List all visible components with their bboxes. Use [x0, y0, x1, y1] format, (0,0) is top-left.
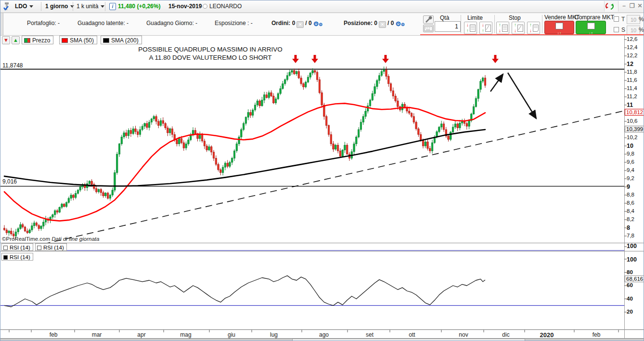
sma50-axis-value: 10,812 — [625, 109, 644, 116]
refresh-icon — [605, 1, 615, 11]
last-price: 11,480 (+0,26%) — [118, 3, 160, 10]
order-doc-icon — [555, 23, 563, 29]
percent-label: % — [639, 16, 644, 23]
rsi1-max-label: 100 — [627, 243, 637, 249]
chart-canvas[interactable] — [0, 0, 644, 341]
month-label: set — [359, 331, 380, 338]
quick-sell-button[interactable]: ▼ — [2, 36, 10, 44]
quick-buy-button[interactable]: ▲ — [12, 36, 20, 44]
rsi-axis-value: 68,616 — [625, 275, 644, 282]
legend-sma50-chip[interactable]: SMA (50) — [59, 36, 97, 44]
qty-input[interactable] — [435, 21, 461, 32]
price-tick-label: 12 — [627, 61, 633, 67]
price-tick-label: 12,4 — [627, 44, 637, 50]
stop-order-button-3[interactable]: ↑↓ — [527, 22, 540, 34]
price-tick-label: 7,8 — [627, 233, 634, 238]
price-tick-label: 11,8 — [627, 69, 637, 75]
trade-panel-underline — [420, 34, 644, 35]
trailing-pct-input[interactable] — [627, 15, 640, 24]
price-tick-label: 11,6 — [627, 77, 637, 83]
price-tick-label: 8,6 — [627, 200, 634, 206]
cancel-orders-icon[interactable]: ✕ — [296, 21, 304, 28]
units-dropdown[interactable]: 1 k unità — [77, 3, 104, 10]
rsi-legend-chip-2[interactable]: RSI (14) — [35, 243, 67, 251]
month-label: 2020 — [536, 331, 557, 339]
instrument-status-icon — [203, 4, 207, 9]
stoploss-checkbox[interactable] — [614, 27, 619, 32]
refresh-button[interactable] — [604, 1, 618, 12]
price-tick-label: 9,8 — [627, 151, 634, 157]
exposure-value: Esposizione : - — [215, 20, 253, 26]
sma200-axis-value: 10,399 — [625, 126, 644, 132]
price-tick-label: 9 — [627, 184, 630, 190]
month-label: ago — [313, 331, 335, 338]
rsi-swatch-icon — [3, 246, 8, 250]
order-ticket-fold-icon — [533, 25, 539, 32]
sell-market-button[interactable]: ↓↑ — [544, 21, 574, 34]
order-ticket-icon — [502, 25, 508, 32]
symbol-dropdown[interactable]: LDO — [15, 3, 33, 10]
close-button[interactable]: ✕ — [636, 2, 644, 10]
month-label: apr — [131, 331, 152, 338]
restore-button[interactable]: ❐ — [629, 2, 636, 10]
order-doc-icon — [587, 23, 595, 29]
stop-order-button-2[interactable]: ↑↓ — [512, 22, 525, 34]
watermark: ©ProRealTime.com Dati di fine giornata — [2, 236, 99, 242]
rsi-legend-chip-3[interactable]: RSI (14) — [1, 253, 33, 261]
titlebar: LDO 1 giorno 1 k unità i 11,480 (+0,26%)… — [0, 0, 644, 13]
order-ticket-edit-icon — [517, 25, 523, 32]
portfolio-value: Portafoglio: - — [27, 20, 60, 26]
up-arrow-icon: ▲ — [13, 37, 18, 43]
buy-mkt-label: Comprare MKT — [575, 14, 614, 21]
price-tick-label: 8 — [627, 224, 630, 231]
account-bar: Portafoglio: - Guadagno latente: - Guada… — [0, 13, 644, 36]
rsi-legend-chip-1[interactable]: RSI (14) — [1, 243, 33, 251]
limit-order-button-1[interactable]: ↓↑ — [464, 22, 477, 34]
price-tick-label: 12,6 — [627, 36, 637, 42]
price-tick-label: 8,2 — [627, 216, 634, 222]
day-gain-value: Guadagno Giorno: - — [146, 20, 197, 26]
month-label: lug — [263, 331, 284, 338]
stoploss-pct-input[interactable] — [627, 26, 640, 35]
month-label: feb — [43, 331, 64, 338]
panel-resize-handle[interactable] — [0, 13, 3, 35]
price-tick-label: 10 — [627, 143, 633, 149]
price-tick-label: 12,2 — [627, 52, 637, 58]
down-arrow-icon: ▼ — [3, 37, 9, 43]
sma50-swatch-icon — [62, 38, 68, 43]
legend-price-chip[interactable]: Prezzo — [22, 36, 53, 44]
price-tick-label: 10,6 — [627, 118, 637, 124]
price-tick-label: 10,2 — [627, 134, 637, 140]
limit-order-button-2[interactable]: ↓↑ — [479, 22, 492, 34]
rsi-tick-label: 20 — [627, 309, 633, 315]
legend-sma200-chip[interactable]: SMA (200) — [101, 36, 142, 44]
month-label: dic — [495, 331, 516, 338]
sma200-swatch-icon — [103, 38, 109, 43]
rsi2-max-label: 100 — [627, 256, 637, 263]
chart-annotation[interactable]: POSSIBILE QUADRUPLO MASSIMO IN ARRIVO A … — [126, 45, 295, 62]
month-label: feb — [586, 331, 607, 338]
stop-label: Stop — [509, 14, 521, 21]
close-position-icon[interactable]: ✕ — [379, 21, 386, 28]
price-tick-label: 8,8 — [627, 192, 634, 197]
stop-order-button-1[interactable]: ↑↓ — [496, 22, 509, 34]
period-dropdown[interactable]: 1 giorno — [45, 3, 74, 10]
orders-gear-icon[interactable]: ⚙⚙ — [313, 20, 323, 27]
instrument-name: LEONARDO — [203, 3, 242, 10]
minimize-button[interactable]: – — [620, 2, 628, 10]
order-settings-button[interactable] — [423, 15, 434, 24]
limit-label: Limite — [467, 14, 483, 21]
buy-market-button[interactable]: ↓↑ — [576, 21, 606, 34]
info-icon[interactable]: i — [109, 3, 116, 10]
quote-date: 15-nov-2019 — [168, 3, 202, 10]
pin-icon[interactable] — [2, 1, 12, 12]
keyboard-order-button[interactable] — [423, 25, 434, 32]
position-gear-icon[interactable]: ⚙⚙ — [395, 20, 405, 27]
month-label: giu — [221, 331, 242, 338]
rsi-tick-label: 80 — [627, 269, 633, 275]
trailing-checkbox[interactable] — [614, 16, 619, 22]
price-tick-label: 11 — [627, 102, 633, 108]
price-tick-label: 11,2 — [627, 93, 637, 99]
timeline-scrollbar-thumb[interactable] — [292, 339, 525, 341]
price-tick-label: 9,6 — [627, 159, 634, 165]
